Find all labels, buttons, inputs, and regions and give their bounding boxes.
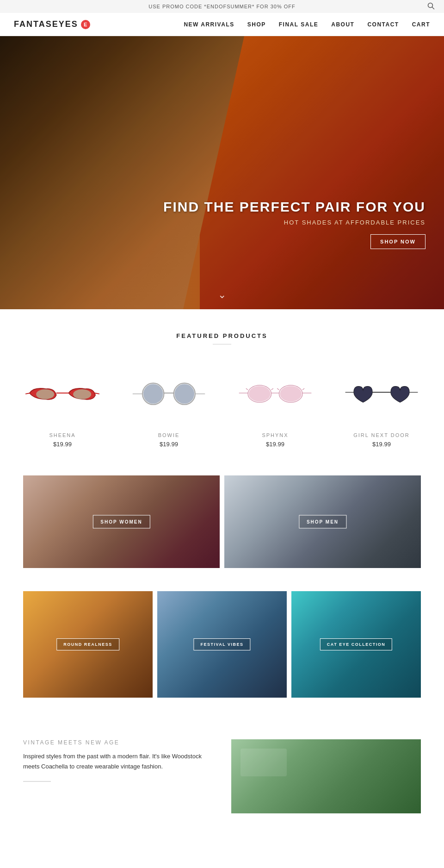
product-image-girl-next-door — [333, 363, 430, 423]
featured-products-section: FEATURED PRODUCTS SHEENA $19.99 — [0, 309, 444, 475]
collection-label-festival: FESTIVAL VIBES — [193, 638, 250, 650]
collection-label-cateye: CAT EYE COLLECTION — [320, 638, 392, 650]
svg-point-17 — [280, 386, 302, 402]
collections-grid: ROUND REALNESS FESTIVAL VIBES CAT EYE CO… — [23, 591, 421, 698]
products-grid: SHEENA $19.99 BOWIE $19.99 — [14, 363, 430, 448]
shop-men-card[interactable]: SHOP MEN — [224, 475, 421, 568]
hero-cta-button[interactable]: SHOP NOW — [370, 234, 426, 249]
product-price-girl-next-door: $19.99 — [333, 441, 430, 448]
vintage-divider — [23, 781, 51, 782]
logo[interactable]: FANTASEYES E — [14, 19, 90, 29]
shop-gender-section: SHOP WOMEN SHOP MEN — [0, 475, 444, 568]
svg-point-15 — [249, 386, 271, 402]
nav-cart[interactable]: CART — [412, 21, 430, 28]
nav-new-arrivals[interactable]: NEW ARRIVALS — [184, 21, 234, 28]
product-card-sheena[interactable]: SHEENA $19.99 — [14, 363, 111, 448]
product-name-sheena: SHEENA — [14, 432, 111, 438]
vintage-title: VINTAGE MEETS NEW AGE — [23, 739, 213, 746]
product-name-girl-next-door: GIRL NEXT DOOR — [333, 432, 430, 438]
product-card-bowie[interactable]: BOWIE $19.99 — [120, 363, 217, 448]
vintage-text-block: VINTAGE MEETS NEW AGE Inspired styles fr… — [23, 739, 213, 813]
shop-men-label: SHOP MEN — [299, 515, 346, 529]
featured-title: FEATURED PRODUCTS — [14, 332, 430, 339]
svg-line-1 — [432, 7, 434, 9]
svg-point-3 — [73, 389, 91, 399]
collection-card-cateye[interactable]: CAT EYE COLLECTION — [291, 591, 421, 698]
product-price-bowie: $19.99 — [120, 441, 217, 448]
main-nav: NEW ARRIVALS SHOP FINAL SALE ABOUT CONTA… — [184, 21, 430, 28]
logo-badge: E — [81, 20, 90, 29]
hero-title: FIND THE PERFECT PAIR FOR YOU — [163, 199, 426, 215]
product-name-sphynx: SPHYNX — [227, 432, 324, 438]
section-divider — [213, 344, 231, 344]
nav-contact[interactable]: CONTACT — [367, 21, 399, 28]
hero-content: FIND THE PERFECT PAIR FOR YOU HOT SHADES… — [163, 199, 426, 249]
hero-scroll-chevron[interactable]: ⌄ — [218, 289, 226, 301]
nav-about[interactable]: ABOUT — [331, 21, 354, 28]
vintage-section: VINTAGE MEETS NEW AGE Inspired styles fr… — [0, 725, 444, 832]
vintage-description: Inspired styles from the past with a mod… — [23, 751, 213, 772]
svg-point-8 — [143, 384, 163, 404]
svg-point-10 — [174, 384, 194, 404]
promo-text: USE PROMO CODE *ENDOFSUMMER* FOR 30% OFF — [148, 4, 295, 9]
product-card-sphynx[interactable]: SPHYNX $19.99 — [227, 363, 324, 448]
collection-card-festival[interactable]: FESTIVAL VIBES — [157, 591, 287, 698]
header: FANTASEYES E NEW ARRIVALS SHOP FINAL SAL… — [0, 13, 444, 36]
promo-bar: USE PROMO CODE *ENDOFSUMMER* FOR 30% OFF — [0, 0, 444, 13]
product-image-bowie — [120, 363, 217, 423]
shop-women-card[interactable]: SHOP WOMEN — [23, 475, 220, 568]
vintage-image — [231, 739, 421, 813]
product-card-girl-next-door[interactable]: GIRL NEXT DOOR $19.99 — [333, 363, 430, 448]
product-image-sheena — [14, 363, 111, 423]
nav-shop[interactable]: SHOP — [247, 21, 266, 28]
collections-section: ROUND REALNESS FESTIVAL VIBES CAT EYE CO… — [0, 591, 444, 725]
product-name-bowie: BOWIE — [120, 432, 217, 438]
hero-subtitle: HOT SHADES AT AFFORDABLE PRICES — [163, 219, 426, 226]
product-image-sphynx — [227, 363, 324, 423]
product-price-sheena: $19.99 — [14, 441, 111, 448]
nav-final-sale[interactable]: FINAL SALE — [279, 21, 318, 28]
logo-text: FANTASEYES — [14, 19, 78, 29]
hero-section: FIND THE PERFECT PAIR FOR YOU HOT SHADES… — [0, 36, 444, 309]
search-icon[interactable] — [427, 2, 435, 11]
collection-card-round[interactable]: ROUND REALNESS — [23, 591, 153, 698]
collection-label-round: ROUND REALNESS — [56, 638, 119, 650]
shop-women-label: SHOP WOMEN — [92, 515, 150, 529]
svg-point-2 — [36, 389, 54, 399]
product-price-sphynx: $19.99 — [227, 441, 324, 448]
